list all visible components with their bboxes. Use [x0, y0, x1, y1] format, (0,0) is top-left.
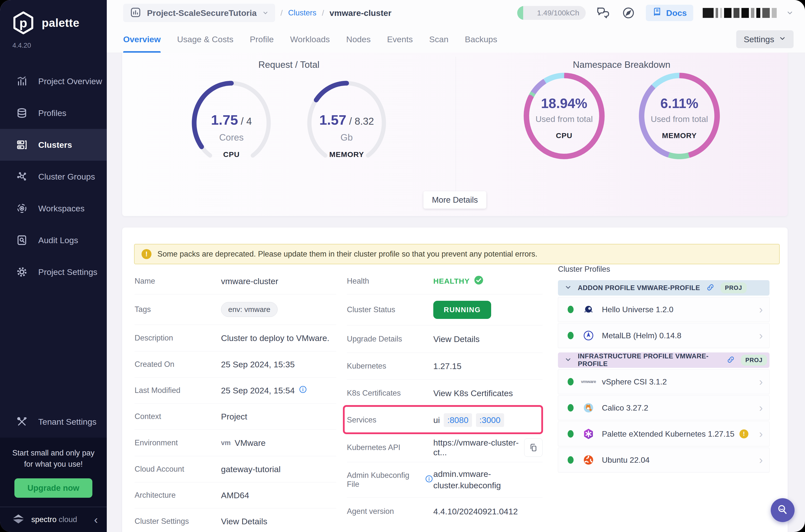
profile-item-hello-universe[interactable]: Hello Universe 1.2.0 › — [558, 297, 769, 322]
user-name-redacted[interactable] — [703, 8, 777, 18]
tab-overview[interactable]: Overview — [123, 26, 161, 53]
service-port-8080-link[interactable]: :8080 — [444, 413, 472, 427]
addon-profile-header[interactable]: ADDON PROFILE VMWARE-PROFILE PROJ — [558, 280, 769, 296]
memory-used-percent: 6.11% — [637, 95, 722, 111]
cpu-used-sub: Used from total — [522, 114, 606, 124]
sidebar-item-clusters[interactable]: Clusters — [0, 129, 107, 161]
cpu-gauge: 1.75 / 4 Cores CPU — [189, 77, 274, 171]
detail-row-context: ContextProject — [135, 404, 336, 430]
tab-nodes[interactable]: Nodes — [346, 26, 370, 53]
detail-row-upgrade: Upgrade DetailsView Details — [347, 325, 542, 353]
cluster-profiles-title: Cluster Profiles — [558, 265, 769, 274]
profile-item-vsphere-csi[interactable]: vmware vSphere CSI 3.1.2 › — [558, 369, 769, 394]
tag-pill: env: vmware — [221, 302, 277, 317]
proj-badge: PROJ — [721, 282, 747, 293]
chevron-right-icon: › — [759, 428, 763, 440]
memory-unit: Gb — [304, 132, 389, 143]
sidebar-item-label: Project Settings — [38, 267, 97, 277]
upgrade-view-details-link[interactable]: View Details — [433, 334, 479, 344]
hello-universe-icon — [582, 303, 595, 316]
profile-item-metallb[interactable]: MetalLB (Helm) 0.14.8 › — [558, 323, 769, 348]
memory-used-sub: Used from total — [637, 114, 722, 124]
tab-profile[interactable]: Profile — [250, 26, 274, 53]
calico-icon — [582, 401, 595, 414]
topbar-actions: 1.49/100kCh Docs — [517, 5, 793, 21]
info-icon[interactable] — [299, 385, 307, 396]
brand-name: palette — [42, 16, 79, 30]
detail-row-kubernetes: Kubernetes1.27.15 — [347, 353, 542, 380]
user-menu-chevron-icon[interactable] — [786, 9, 793, 17]
profile-item-palette-k8s[interactable]: Palette eXtended Kubernetes 1.27.15 ! › — [558, 421, 769, 446]
chevron-down-icon — [564, 284, 572, 292]
detail-row-kubernetes-api: Kubernetes API https://vmware-cluster-ct… — [347, 433, 542, 462]
detail-row-health: Health HEALTHY — [347, 268, 542, 294]
search-fab-button[interactable] — [771, 498, 794, 522]
book-icon — [652, 7, 662, 19]
infrastructure-profile-header[interactable]: INFRASTRUCTURE PROFILE VMWARE-PROFILE PR… — [558, 353, 769, 368]
project-selector[interactable]: Project-ScaleSecureTutoria — [123, 4, 275, 22]
cpu-donut-caption: CPU — [522, 131, 606, 140]
svg-text:p: p — [19, 16, 27, 30]
chevron-right-icon: › — [759, 376, 763, 388]
deprecation-warning-banner: ! Some packs are deprecated. Please upda… — [134, 244, 780, 264]
ubuntu-icon — [582, 454, 595, 467]
tab-events[interactable]: Events — [387, 26, 413, 53]
sidebar-item-workspaces[interactable]: Workspaces — [0, 192, 107, 224]
sidebar-item-audit-logs[interactable]: Audit Logs — [0, 224, 107, 256]
memory-caption: MEMORY — [304, 150, 389, 159]
sidebar-item-project-settings[interactable]: Project Settings — [0, 256, 107, 288]
cpu-request-value: 1.75 — [211, 112, 238, 128]
sidebar-item-project-overview[interactable]: Project Overview — [0, 65, 107, 97]
health-status: HEALTHY — [433, 277, 469, 285]
sidebar-item-profiles[interactable]: Profiles — [0, 97, 107, 129]
sidebar-item-label: Project Overview — [38, 76, 102, 86]
breadcrumb-clusters-link[interactable]: Clusters — [288, 8, 317, 17]
cpu-caption: CPU — [189, 150, 274, 159]
pack-warning-icon: ! — [740, 430, 748, 438]
chevron-down-icon — [564, 356, 572, 364]
profile-item-ubuntu[interactable]: Ubuntu 22.04 › — [558, 448, 769, 472]
settings-button[interactable]: Settings — [736, 30, 793, 48]
sidebar-item-tenant-settings[interactable]: Tenant Settings — [0, 406, 107, 438]
detail-row-certificates: K8s CertificatesView K8s Certificates — [347, 380, 542, 407]
status-dot — [568, 332, 574, 339]
kubeconfig-download-link[interactable]: admin.vmware-cluster.kubeconfig — [433, 469, 501, 491]
view-details-link[interactable]: View Details — [221, 517, 267, 526]
breadcrumb-current: vmware-cluster — [329, 8, 391, 18]
details-mid-column: Health HEALTHY Cluster StatusRUNNING Upg… — [347, 268, 542, 525]
detail-row-architecture: ArchitectureAMD64 — [135, 482, 336, 508]
compass-icon[interactable] — [620, 5, 636, 21]
memory-namespace-donut: 6.11% Used from total MEMORY — [637, 71, 722, 162]
more-details-button[interactable]: More Details — [423, 191, 486, 209]
view-k8s-certificates-link[interactable]: View K8s Certificates — [433, 388, 513, 398]
upgrade-now-button[interactable]: Upgrade now — [14, 478, 92, 498]
chat-icon[interactable] — [595, 5, 611, 21]
sidebar: p palette 4.4.20 Project Overview Profil… — [0, 0, 107, 532]
status-dot — [568, 404, 574, 412]
copy-button[interactable] — [524, 438, 542, 457]
vmware-logo-icon: vmware — [582, 375, 595, 388]
promo-text: Start small and only pay for what you us… — [5, 448, 102, 470]
info-icon[interactable] — [425, 475, 433, 485]
cpu-namespace-donut: 18.94% Used from total CPU — [522, 71, 606, 162]
usage-summary-card: Request / Total Namespace Breakdown 1.75… — [122, 53, 788, 216]
tab-workloads[interactable]: Workloads — [290, 26, 330, 53]
sidebar-item-cluster-groups[interactable]: Cluster Groups — [0, 161, 107, 192]
service-port-3000-link[interactable]: :3000 — [476, 413, 504, 427]
collapse-sidebar-icon[interactable]: ‹ — [94, 513, 98, 526]
sidebar-footer: spectro cloud ‹ — [0, 507, 107, 532]
tools-icon — [15, 415, 28, 428]
tab-backups[interactable]: Backups — [465, 26, 497, 53]
profile-item-calico[interactable]: Calico 3.27.2 › — [558, 395, 769, 420]
memory-donut-caption: MEMORY — [637, 131, 722, 140]
memory-request-value: 1.57 — [319, 112, 346, 128]
tab-usage-costs[interactable]: Usage & Costs — [177, 26, 233, 53]
orbit-icon — [15, 202, 28, 215]
detail-row-description: DescriptionCluster to deploy to VMware. — [135, 325, 336, 352]
breadcrumb-separator: / — [322, 8, 324, 18]
docs-button[interactable]: Docs — [646, 5, 693, 21]
tab-scan[interactable]: Scan — [429, 26, 449, 53]
bar-chart-icon — [15, 75, 28, 88]
detail-row-created: Created On25 Sep 2024, 15:35 — [135, 352, 336, 378]
service-name: ui — [433, 415, 440, 425]
